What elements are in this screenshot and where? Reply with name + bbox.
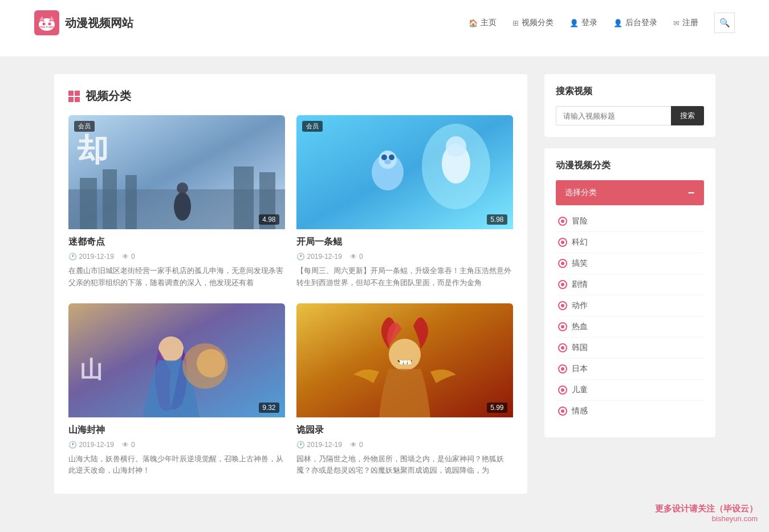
svg-rect-44 <box>404 360 407 364</box>
mail-icon: ✉ <box>673 19 680 27</box>
eye-icon-1: 👁 <box>122 253 129 261</box>
card-date-2: 🕐 2019-12-19 <box>296 253 342 261</box>
search-input[interactable] <box>556 106 671 125</box>
nav-admin[interactable]: 👤 后台登录 <box>613 18 657 28</box>
cat-icon-scifi <box>558 238 567 247</box>
card-thumb-3: 山 9.32 <box>68 303 285 417</box>
nav-login[interactable]: 👤 登录 <box>569 18 597 28</box>
main-nav: 🏠 主页 ⊞ 视频分类 👤 登录 👤 后台登录 ✉ 注册 🔍 <box>469 13 735 33</box>
category-item-comedy[interactable]: 搞笑 <box>556 253 704 274</box>
sub-header <box>0 46 769 57</box>
card-views-1: 👁 0 <box>122 253 135 261</box>
card-badge-1: 会员 <box>74 121 95 132</box>
category-item-hot[interactable]: 热血 <box>556 316 704 338</box>
svg-point-8 <box>46 26 48 27</box>
svg-point-34 <box>389 155 394 160</box>
video-card-1[interactable]: 却 会员 4.98 迷都奇点 🕐 2019-12-19 👁 0 <box>68 115 285 292</box>
search-section: 搜索视频 搜索 <box>544 74 715 137</box>
card-views-3: 👁 0 <box>122 441 135 449</box>
category-item-adventure[interactable]: 冒险 <box>556 211 704 232</box>
main-container: 视频分类 <box>43 74 727 494</box>
category-selected-text: 选择分类 <box>565 188 597 198</box>
svg-point-33 <box>381 155 387 160</box>
category-item-scifi[interactable]: 科幻 <box>556 232 704 253</box>
eye-icon-2: 👁 <box>350 253 357 261</box>
svg-rect-21 <box>125 175 137 229</box>
card-desc-3: 山海大陆，妖兽横行。落魄少年叶辰逆境觉醒，召唤上古神兽，从此逆天改命，山海封神！ <box>68 453 285 477</box>
cat-icon-drama <box>558 280 567 289</box>
card-info-2: 开局一条鲲 🕐 2019-12-19 👁 0 【每周三、周六更新】开局一条鲲，升… <box>296 229 513 292</box>
home-icon: 🏠 <box>469 19 478 27</box>
card-title-1: 迷都奇点 <box>68 236 285 248</box>
search-section-title: 搜索视频 <box>556 86 704 98</box>
cat-icon-korea <box>558 343 567 352</box>
card-score-3: 9.32 <box>259 403 279 413</box>
card-score-1: 4.98 <box>259 214 279 225</box>
clock-icon-2: 🕐 <box>296 253 305 261</box>
svg-point-7 <box>48 23 51 26</box>
card-thumb-2: 会员 5.98 <box>296 115 513 229</box>
category-section-title: 动漫视频分类 <box>556 160 704 172</box>
svg-rect-15 <box>68 97 74 102</box>
category-item-korea[interactable]: 韩国 <box>556 338 704 359</box>
eye-icon-4: 👁 <box>350 441 357 449</box>
card-meta-2: 🕐 2019-12-19 👁 0 <box>296 253 513 261</box>
category-item-drama[interactable]: 剧情 <box>556 274 704 295</box>
logo-text: 动漫视频网站 <box>65 15 133 31</box>
card-date-1: 🕐 2019-12-19 <box>68 253 114 261</box>
cat-icon-adventure <box>558 217 567 226</box>
logo[interactable]: 动漫视频网站 <box>34 10 133 35</box>
card-info-4: 诡园录 🕐 2019-12-19 👁 0 园林，乃隔世之地，外物居所，围墙之内，… <box>296 417 513 480</box>
svg-rect-22 <box>234 166 254 229</box>
content-area: 视频分类 <box>54 74 527 494</box>
svg-point-24 <box>174 192 191 221</box>
svg-rect-14 <box>75 91 80 96</box>
admin-icon: 👤 <box>613 19 622 27</box>
nav-categories[interactable]: ⊞ 视频分类 <box>512 18 554 28</box>
card-title-4: 诡园录 <box>296 424 513 436</box>
svg-rect-45 <box>408 360 411 364</box>
svg-point-25 <box>177 182 188 194</box>
cat-icon-action <box>558 301 567 310</box>
card-thumb-1: 却 会员 4.98 <box>68 115 285 229</box>
card-desc-4: 园林，乃隔世之地，外物居所，围墙之内，是仙家神祠？艳狐妖魇？亦或是怨灵凶宅？凶魔… <box>296 453 513 477</box>
svg-rect-16 <box>75 97 80 102</box>
card-meta-1: 🕐 2019-12-19 👁 0 <box>68 253 285 261</box>
card-meta-4: 🕐 2019-12-19 👁 0 <box>296 441 513 449</box>
svg-point-42 <box>389 339 421 371</box>
section-title-text: 视频分类 <box>86 88 131 104</box>
cat-icon-children <box>558 385 567 395</box>
category-minus-icon: − <box>688 187 695 198</box>
video-card-3[interactable]: 山 9.32 山海封神 🕐 2019-12-19 👁 0 <box>68 303 285 480</box>
search-submit-button[interactable]: 搜索 <box>671 106 704 125</box>
svg-point-6 <box>43 23 46 26</box>
video-grid: 却 会员 4.98 迷都奇点 🕐 2019-12-19 👁 0 <box>68 115 513 480</box>
card-date-3: 🕐 2019-12-19 <box>68 441 114 449</box>
card-info-3: 山海封神 🕐 2019-12-19 👁 0 山海大陆，妖兽横行。落魄少年叶辰逆境… <box>68 417 285 480</box>
category-item-children[interactable]: 儿童 <box>556 380 704 401</box>
cat-icon-japan <box>558 364 567 373</box>
cat-icon-hot <box>558 322 567 331</box>
nav-home[interactable]: 🏠 主页 <box>469 18 497 28</box>
cat-icon-comedy <box>558 259 567 268</box>
category-item-action[interactable]: 动作 <box>556 295 704 316</box>
category-item-japan[interactable]: 日本 <box>556 359 704 380</box>
clock-icon-1: 🕐 <box>68 253 77 261</box>
video-card-2[interactable]: 会员 5.98 开局一条鲲 🕐 2019-12-19 👁 0 <box>296 115 513 292</box>
header-search-button[interactable]: 🔍 <box>714 13 735 33</box>
watermark: 更多设计请关注（毕设云） bisheyun.com <box>655 503 758 511</box>
card-views-4: 👁 0 <box>350 441 363 449</box>
nav-register[interactable]: ✉ 注册 <box>673 18 698 28</box>
card-score-2: 5.98 <box>487 214 507 225</box>
svg-point-35 <box>384 160 391 164</box>
svg-rect-19 <box>80 178 97 229</box>
header: 动漫视频网站 🏠 主页 ⊞ 视频分类 👤 登录 👤 后台登录 ✉ 注册 🔍 <box>0 0 769 46</box>
watermark-line1: 更多设计请关注（毕设云） <box>655 503 758 511</box>
grid-icon: ⊞ <box>512 19 519 27</box>
category-selected-item[interactable]: 选择分类 − <box>556 180 704 205</box>
search-row: 搜索 <box>556 106 704 125</box>
svg-rect-20 <box>103 169 117 229</box>
video-card-4[interactable]: 会员 5.99 诡园录 🕐 2019-12-19 👁 0 <box>296 303 513 480</box>
svg-point-30 <box>446 136 466 157</box>
category-item-romance[interactable]: 情感 <box>556 401 704 421</box>
